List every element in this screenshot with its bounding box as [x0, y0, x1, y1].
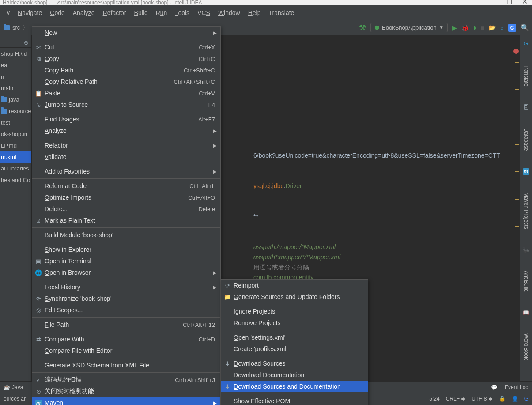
- menu-item[interactable]: ✓编码规约扫描Ctrl+Alt+Shift+J: [32, 374, 220, 386]
- breadcrumb-src[interactable]: src: [12, 24, 20, 31]
- tree-item[interactable]: m.xml: [0, 151, 31, 163]
- menu-item[interactable]: Find UsagesAlt+F7: [32, 114, 220, 125]
- coverage-icon[interactable]: ◗: [473, 24, 476, 31]
- menu-item[interactable]: ▣Open in Terminal: [32, 255, 220, 267]
- menu-code[interactable]: Code: [46, 8, 68, 18]
- tab-translate[interactable]: Translate: [523, 62, 529, 89]
- ant-tab-icon[interactable]: 🐜: [523, 244, 529, 256]
- menu-item[interactable]: Validate: [32, 151, 220, 163]
- menu-item[interactable]: New▶: [32, 27, 220, 38]
- error-indicator[interactable]: [513, 49, 519, 54]
- stop-icon[interactable]: ■: [481, 24, 484, 31]
- menu-item[interactable]: ⬇Download Sources: [221, 358, 368, 369]
- menu-build[interactable]: Build: [130, 8, 152, 18]
- menu-help[interactable]: Help: [244, 8, 265, 18]
- tree-item[interactable]: ea: [0, 59, 31, 71]
- menu-item[interactable]: ⟳Synchronize 'book-shop': [32, 293, 220, 304]
- menu-item[interactable]: 🌐Open in Browser▶: [32, 267, 220, 278]
- menu-item[interactable]: 📋PasteCtrl+V: [32, 87, 220, 99]
- menu-item[interactable]: ✂CutCtrl+X: [32, 42, 220, 53]
- build-icon[interactable]: ⚒: [359, 23, 366, 33]
- menu-vcs[interactable]: VCS: [193, 8, 214, 18]
- project-tool-window[interactable]: ⊕ shop H:\Ideanmainjavaresourcetestok-sh…: [0, 35, 32, 396]
- tree-item[interactable]: shop H:\Id: [0, 48, 31, 59]
- file-encoding[interactable]: UTF-8 ≑: [472, 396, 492, 402]
- run-config-selector[interactable]: ⬢ BookShopApplication ▼: [370, 23, 448, 32]
- menu-translate[interactable]: Translate: [265, 8, 298, 18]
- lock-icon[interactable]: 🔓: [499, 396, 506, 402]
- tree-item[interactable]: main: [0, 82, 31, 94]
- maven-submenu[interactable]: ⟳Reimport📁Generate Sources and Update Fo…: [221, 279, 368, 405]
- menu-tools[interactable]: Tools: [171, 8, 193, 18]
- update-icon[interactable]: 📂: [489, 24, 496, 31]
- menu-item[interactable]: ◎Edit Scopes...: [32, 304, 220, 316]
- tree-item[interactable]: java: [0, 94, 31, 105]
- tree-item[interactable]: resource: [0, 105, 31, 117]
- menu-item[interactable]: Create 'profiles.xml': [221, 343, 368, 355]
- tab-java[interactable]: Java: [12, 384, 23, 390]
- close-button[interactable]: ✕: [522, 0, 528, 5]
- tree-item[interactable]: test: [0, 117, 31, 128]
- menu-item[interactable]: Analyze▶: [32, 125, 220, 136]
- google-translate-icon[interactable]: G: [508, 24, 516, 32]
- run-icon[interactable]: ▶: [452, 24, 457, 31]
- menu-item[interactable]: Refactor▶: [32, 140, 220, 151]
- context-menu[interactable]: New▶✂CutCtrl+X⧉CopyCtrl+CCopy PathCtrl+S…: [32, 26, 221, 405]
- menu-item[interactable]: Copy PathCtrl+Shift+C: [32, 64, 220, 76]
- menu-item[interactable]: Compare File with Editor: [32, 345, 220, 356]
- menu-item[interactable]: ⬇Download Sources and Documentation: [221, 381, 368, 392]
- tree-item[interactable]: n: [0, 71, 31, 82]
- menu-item[interactable]: −Remove Projects: [221, 317, 368, 329]
- menu-item[interactable]: File PathCtrl+Alt+F12: [32, 319, 220, 330]
- menu-item[interactable]: Show in Explorer: [32, 244, 220, 255]
- menu-run[interactable]: Run: [152, 8, 171, 18]
- menu-item[interactable]: Generate XSD Schema from XML File...: [32, 360, 220, 371]
- menu-analyze[interactable]: Analyze: [69, 8, 99, 18]
- menu-item[interactable]: ⇄Compare With...Ctrl+D: [32, 333, 220, 345]
- menu-refactor[interactable]: Refactor: [99, 8, 130, 18]
- expand-icon[interactable]: ⊕: [24, 39, 29, 46]
- inspection-icon[interactable]: 👤: [512, 396, 518, 402]
- menu-item[interactable]: ⊘关闭实时检测功能: [32, 386, 220, 397]
- menu-item[interactable]: Delete...Delete: [32, 203, 220, 215]
- menu-item[interactable]: Copy Relative PathCtrl+Alt+Shift+C: [32, 76, 220, 87]
- google-icon[interactable]: G: [524, 396, 528, 402]
- menu-item[interactable]: Local History▶: [32, 281, 220, 293]
- debug-icon[interactable]: 🐞: [461, 24, 469, 31]
- menu-item[interactable]: Ignore Projects: [221, 306, 368, 317]
- tab-wordbook[interactable]: Word Book: [523, 331, 529, 362]
- menu-truncated[interactable]: v: [3, 8, 14, 18]
- menu-item[interactable]: Optimize ImportsCtrl+Alt+O: [32, 192, 220, 203]
- tab-database[interactable]: Database: [523, 125, 529, 153]
- menu-item[interactable]: mMaven▶: [32, 397, 220, 405]
- tree-item[interactable]: ok-shop.in: [0, 128, 31, 140]
- menu-item[interactable]: Reformat CodeCtrl+Alt+L: [32, 180, 220, 192]
- menu-item[interactable]: Show Effective POM: [221, 395, 368, 405]
- menu-item[interactable]: 📁Generate Sources and Update Folders: [221, 291, 368, 303]
- find-icon[interactable]: ⌕: [500, 24, 504, 31]
- menu-item[interactable]: Open 'settings.xml': [221, 332, 368, 343]
- tab-maven[interactable]: Maven Projects: [523, 190, 529, 232]
- error-stripe[interactable]: [515, 62, 519, 387]
- maximize-button[interactable]: ◻: [506, 0, 512, 5]
- caret-position[interactable]: 5:24: [429, 396, 439, 402]
- tree-item[interactable]: LP.md: [0, 140, 31, 151]
- menu-item[interactable]: ⟳Reimport: [221, 280, 368, 291]
- tab-ant[interactable]: Ant Build: [523, 268, 529, 295]
- menu-item[interactable]: 🗎Mark as Plain Text: [32, 215, 220, 226]
- wordbook-tab-icon[interactable]: 📖: [523, 307, 529, 318]
- maven-tab-icon[interactable]: m: [523, 166, 529, 178]
- menu-item[interactable]: Build Module 'book-shop': [32, 229, 220, 241]
- menu-window[interactable]: Window: [214, 8, 244, 18]
- menu-item[interactable]: ⧉CopyCtrl+C: [32, 53, 220, 64]
- database-tab-icon[interactable]: 🗄: [524, 102, 529, 113]
- menu-item[interactable]: Add to Favorites▶: [32, 166, 220, 177]
- translate-tab-icon[interactable]: G: [524, 38, 528, 49]
- line-separator[interactable]: CRLF ≑: [446, 396, 466, 402]
- tree-item[interactable]: al Libraries: [0, 163, 31, 174]
- tree-item[interactable]: hes and Co: [0, 174, 31, 185]
- menu-item[interactable]: ↘Jump to SourceF4: [32, 99, 220, 110]
- menu-item[interactable]: Download Documentation: [221, 369, 368, 381]
- search-everywhere-icon[interactable]: 🔍: [521, 23, 529, 32]
- event-log[interactable]: Event Log: [505, 384, 528, 390]
